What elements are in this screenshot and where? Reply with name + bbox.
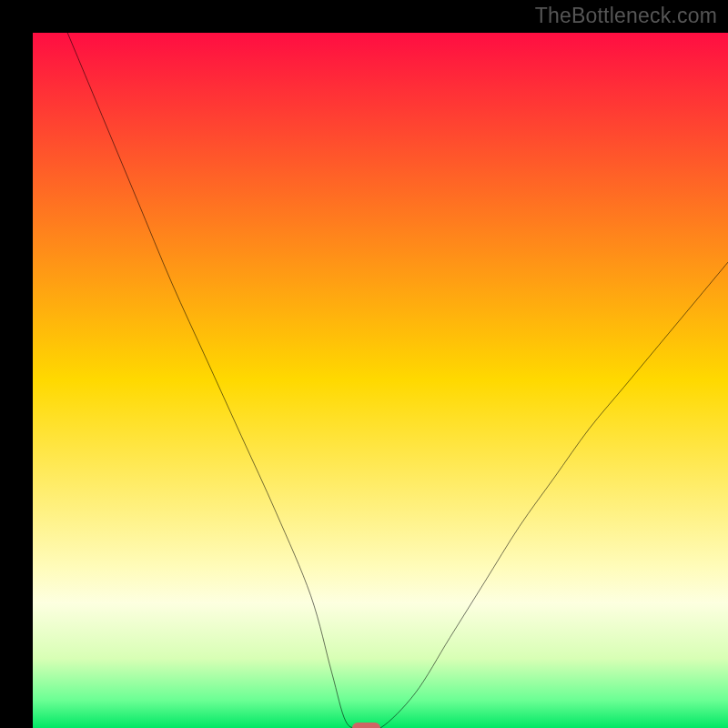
svg-rect-0 xyxy=(33,33,728,728)
watermark-text: TheBottleneck.com xyxy=(535,4,717,28)
optimum-marker xyxy=(352,723,380,728)
plot-area xyxy=(33,33,728,728)
chart-root: { "watermark": "TheBottleneck.com", "cha… xyxy=(0,0,728,728)
background-gradient xyxy=(33,33,728,728)
chart-frame xyxy=(0,0,728,728)
